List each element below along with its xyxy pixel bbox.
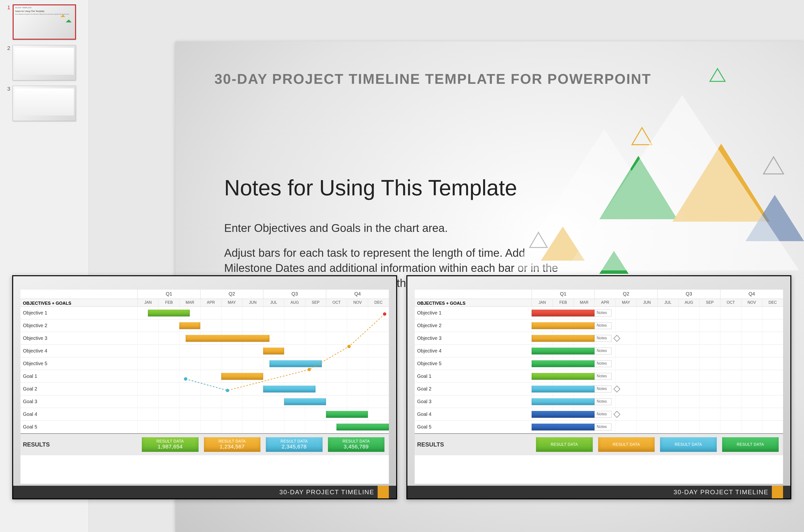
note-box[interactable]: Notes <box>595 386 612 393</box>
chart-row: Objective 3 <box>20 332 389 345</box>
results-label: RESULTS <box>20 441 137 448</box>
gantt-bar[interactable] <box>531 348 595 355</box>
row-label: Objective 2 <box>415 323 531 328</box>
row-label: Goal 1 <box>415 374 531 379</box>
month-header: NOV <box>347 299 368 306</box>
chart-row: Objective 1Notes <box>415 307 783 319</box>
preview-chart-b[interactable]: Q1Q2Q3Q4 OBJECTIVES + GOALS JANFEBMARAPR… <box>406 275 791 499</box>
month-header: OCT <box>326 299 347 306</box>
month-header: SEP <box>305 299 326 306</box>
note-box[interactable]: Notes <box>595 335 612 342</box>
note-box[interactable]: Notes <box>595 322 612 329</box>
chart-row: Goal 5Notes <box>415 421 783 433</box>
footer-text: 30-DAY PROJECT TIMELINE <box>674 488 768 496</box>
quarter-header: Q1 <box>137 290 200 299</box>
month-header: MAY <box>221 299 242 306</box>
row-label: Objective 1 <box>20 310 137 316</box>
gantt-bar[interactable] <box>269 360 322 367</box>
quarter-header: Q4 <box>326 290 389 299</box>
gantt-bar[interactable] <box>326 411 368 418</box>
header-objectives: OBJECTIVES + GOALS <box>415 299 531 306</box>
chart-row: Objective 3Notes <box>415 332 783 345</box>
result-button[interactable]: RESULT DATA <box>722 437 779 452</box>
gantt-bar[interactable] <box>179 322 200 329</box>
note-box[interactable]: Notes <box>595 424 612 431</box>
bg-triangles <box>512 85 804 280</box>
chart-body: Objective 1NotesObjective 2NotesObjectiv… <box>415 307 783 433</box>
month-header: JAN <box>531 299 553 306</box>
result-value: 3,456,789 <box>328 443 385 450</box>
slide-thumb-3[interactable] <box>13 86 76 121</box>
chart-row: Goal 4Notes <box>415 408 783 421</box>
result-button[interactable]: RESULT DATA <box>598 437 655 452</box>
note-box[interactable]: Notes <box>595 348 612 355</box>
result-title: RESULT DATA <box>598 442 655 447</box>
month-header: DEC <box>762 299 783 306</box>
month-header: JUL <box>263 299 284 306</box>
month-header: APR <box>595 299 615 306</box>
chart-row: Objective 4Notes <box>415 345 783 357</box>
note-box[interactable]: Notes <box>595 398 612 405</box>
gantt-bar[interactable] <box>531 360 595 367</box>
chart-row: Goal 2 <box>20 383 389 395</box>
gantt-bar[interactable] <box>531 322 595 329</box>
chart-row: Objective 1 <box>20 307 389 319</box>
gantt-bar[interactable] <box>221 373 263 380</box>
month-header: FEB <box>158 299 179 306</box>
slide-thumb-2[interactable] <box>13 45 76 80</box>
result-button[interactable]: RESULT DATA2,345,678 <box>266 437 322 452</box>
quarter-header: Q2 <box>200 290 263 299</box>
quarter-header: Q2 <box>595 290 657 299</box>
gantt-bar[interactable] <box>531 335 595 342</box>
row-label: Objective 3 <box>20 336 137 341</box>
result-button[interactable]: RESULT DATA <box>660 437 717 452</box>
result-title: RESULT DATA <box>142 439 199 443</box>
slide-thumb-1[interactable]: 30-DAY TEMPLATE Notes for Using This Tem… <box>13 4 76 40</box>
result-button[interactable]: RESULT DATA3,456,789 <box>328 437 385 452</box>
gantt-bar[interactable] <box>263 348 284 355</box>
gantt-bar[interactable] <box>531 411 595 418</box>
header-objectives: OBJECTIVES + GOALS <box>20 299 137 306</box>
slide-title: 30-DAY PROJECT TIMELINE TEMPLATE FOR POW… <box>214 71 651 87</box>
gantt-bar[interactable] <box>531 424 595 431</box>
result-button[interactable]: RESULT DATA <box>536 437 593 452</box>
note-box[interactable]: Notes <box>595 310 612 317</box>
gantt-chart: Q1Q2Q3Q4 OBJECTIVES + GOALS JANFEBMARAPR… <box>20 290 389 484</box>
row-label: Objective 2 <box>20 323 137 328</box>
gantt-bar[interactable] <box>531 373 595 380</box>
note-box[interactable]: Notes <box>595 360 612 367</box>
quarter-header: Q3 <box>263 290 326 299</box>
gantt-bar[interactable] <box>531 398 595 405</box>
note-box[interactable]: Notes <box>595 411 612 418</box>
result-button[interactable]: RESULT DATA1,987,654 <box>142 437 199 452</box>
result-title: RESULT DATA <box>204 439 261 443</box>
gantt-bar[interactable] <box>531 310 595 317</box>
month-header: MAR <box>179 299 200 306</box>
chart-row: Goal 3Notes <box>415 395 783 408</box>
row-label: Goal 3 <box>20 399 137 404</box>
triangle-icon <box>66 17 72 22</box>
result-title: RESULT DATA <box>328 439 385 443</box>
gantt-bar[interactable] <box>148 310 190 317</box>
gantt-bar[interactable] <box>284 398 326 405</box>
row-label: Objective 4 <box>415 348 531 354</box>
chart-row: Goal 4 <box>20 408 389 421</box>
month-header: DEC <box>368 299 389 306</box>
gantt-bar[interactable] <box>336 424 389 431</box>
chart-row: Goal 5 <box>20 421 389 433</box>
result-title: RESULT DATA <box>660 442 717 447</box>
gantt-bar[interactable] <box>263 386 316 393</box>
row-label: Objective 5 <box>20 361 137 366</box>
thumb-number-1: 1 <box>5 4 10 11</box>
gantt-bar[interactable] <box>186 335 269 342</box>
preview-chart-a[interactable]: Q1Q2Q3Q4 OBJECTIVES + GOALS JANFEBMARAPR… <box>12 275 397 499</box>
row-label: Objective 4 <box>20 348 137 354</box>
month-header: MAY <box>615 299 636 306</box>
chart-body: Objective 1Objective 2Objective 3Objecti… <box>20 307 389 433</box>
result-button[interactable]: RESULT DATA1,234,567 <box>204 437 261 452</box>
note-box[interactable]: Notes <box>595 373 612 380</box>
month-header: JAN <box>137 299 158 306</box>
month-header: SEP <box>699 299 720 306</box>
result-value: 2,345,678 <box>266 443 322 450</box>
gantt-bar[interactable] <box>531 386 595 393</box>
